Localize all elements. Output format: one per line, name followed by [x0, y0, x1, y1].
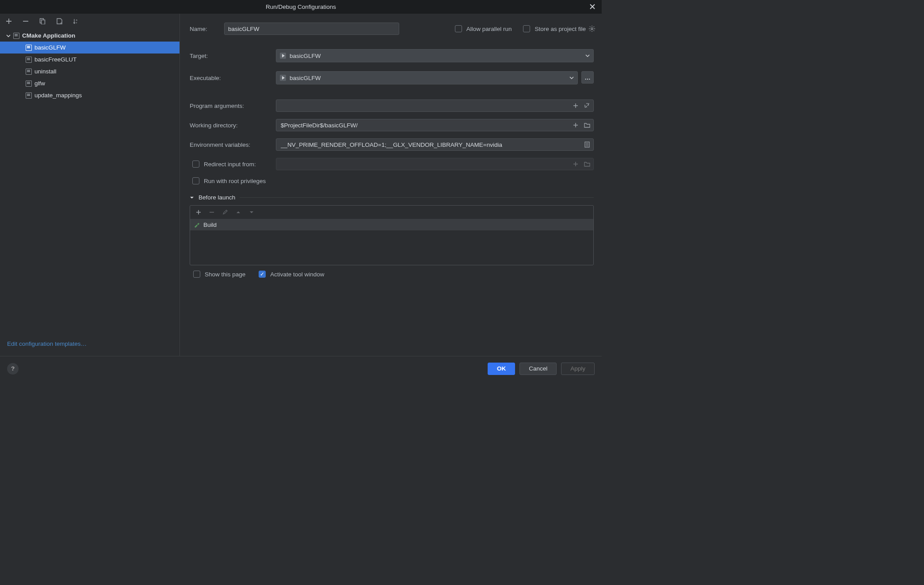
tree-item-label: basicFreeGLUT	[34, 56, 76, 63]
cmake-category-icon	[13, 33, 19, 39]
executable-browse-button[interactable]: …	[581, 71, 594, 84]
before-launch-header[interactable]: Before launch	[190, 194, 594, 201]
target-value: basicGLFW	[290, 53, 321, 59]
copy-config-button[interactable]	[38, 17, 47, 26]
target-select[interactable]: basicGLFW	[276, 49, 594, 62]
activate-tool-window-checkbox[interactable]: ✓ Activate tool window	[259, 271, 324, 278]
env-label: Environment variables:	[190, 141, 276, 148]
bl-down-button[interactable]	[248, 208, 256, 216]
tree-item-basicfreeglut[interactable]: basicFreeGLUT	[0, 54, 179, 65]
before-launch-label: Before launch	[199, 194, 235, 201]
wd-input[interactable]	[280, 122, 571, 129]
apply-button[interactable]: Apply	[561, 363, 595, 375]
run-config-icon	[26, 45, 32, 51]
edit-templates-link[interactable]: Edit configuration templates…	[7, 340, 87, 347]
wd-input-wrap	[276, 119, 594, 131]
remove-config-button[interactable]	[21, 17, 30, 26]
expand-icon[interactable]	[583, 101, 592, 110]
svg-point-4	[591, 28, 593, 30]
tree-item-label: glfw	[34, 80, 45, 87]
before-launch-list: Build	[190, 205, 594, 265]
target-icon	[280, 53, 286, 59]
show-this-page-checkbox[interactable]: Show this page	[193, 271, 245, 278]
run-config-icon	[26, 92, 32, 99]
tree-item-label: uninstall	[34, 68, 57, 75]
sidebar-toolbar: az	[0, 14, 179, 28]
name-label: Name:	[190, 26, 224, 32]
store-as-project-label: Store as project file	[535, 26, 586, 32]
titlebar: Run/Debug Configurations	[0, 0, 602, 14]
insert-macro-icon[interactable]	[571, 101, 580, 110]
executable-value: basicGLFW	[290, 75, 321, 81]
redirect-input-checkbox[interactable]: Redirect input from:	[190, 161, 276, 168]
insert-macro-icon[interactable]	[571, 160, 580, 168]
executable-select[interactable]: basicGLFW	[276, 71, 578, 84]
tree-item-update-mappings[interactable]: update_mappings	[0, 89, 179, 101]
env-input[interactable]	[280, 141, 583, 149]
args-input[interactable]	[280, 102, 571, 110]
wd-label: Working directory:	[190, 122, 276, 129]
bl-up-button[interactable]	[234, 208, 242, 216]
divider	[240, 197, 594, 198]
gear-icon[interactable]	[588, 25, 596, 32]
target-label: Target:	[190, 53, 276, 59]
close-icon[interactable]	[588, 2, 597, 11]
show-this-page-label: Show this page	[205, 271, 245, 278]
activate-tool-window-label: Activate tool window	[270, 271, 324, 278]
redirect-path-wrap	[276, 158, 594, 170]
run-config-icon	[26, 80, 32, 87]
name-input[interactable]	[224, 23, 399, 35]
executable-label: Executable:	[190, 75, 276, 81]
cancel-button[interactable]: Cancel	[519, 363, 557, 375]
save-config-button[interactable]	[55, 17, 64, 26]
chevron-down-icon	[569, 76, 574, 80]
ok-button[interactable]: OK	[488, 363, 515, 375]
bl-edit-button[interactable]	[221, 208, 229, 216]
allow-parallel-checkbox[interactable]: Allow parallel run	[455, 25, 512, 32]
add-config-button[interactable]	[4, 17, 13, 26]
folder-icon[interactable]	[583, 160, 592, 168]
env-input-wrap	[276, 138, 594, 151]
hammer-icon	[194, 222, 200, 228]
main-panel: Name: Allow parallel run Store as projec…	[180, 14, 602, 356]
config-tree: CMake Application basicGLFW basicFreeGLU…	[0, 28, 179, 336]
bl-remove-button[interactable]	[208, 208, 216, 216]
allow-parallel-label: Allow parallel run	[466, 26, 512, 32]
run-config-icon	[26, 57, 32, 63]
sidebar: az CMake Application basicGLFW basicFree…	[0, 14, 180, 356]
before-launch-item-label: Build	[203, 222, 217, 228]
tree-item-basicglfw[interactable]: basicGLFW	[0, 42, 179, 54]
args-label: Program arguments:	[190, 103, 276, 109]
tree-category-label: CMake Application	[22, 32, 75, 39]
dialog-button-bar: ? OK Cancel Apply	[0, 356, 602, 381]
tree-item-uninstall[interactable]: uninstall	[0, 65, 179, 77]
list-icon[interactable]	[583, 140, 592, 149]
svg-rect-1	[42, 20, 45, 24]
run-config-icon	[26, 69, 32, 75]
tree-item-glfw[interactable]: glfw	[0, 77, 179, 89]
help-button[interactable]: ?	[7, 363, 19, 375]
before-launch-toolbar	[190, 206, 593, 219]
folder-icon[interactable]	[583, 121, 592, 130]
run-as-root-label: Run with root privileges	[204, 178, 266, 184]
redirect-input-label: Redirect input from:	[204, 161, 256, 168]
bl-add-button[interactable]	[195, 208, 202, 216]
redirect-path-input[interactable]	[280, 161, 571, 168]
args-input-wrap	[276, 99, 594, 112]
store-as-project-checkbox[interactable]: Store as project file	[523, 25, 586, 32]
chevron-down-icon	[585, 54, 590, 58]
before-launch-item-build[interactable]: Build	[190, 219, 593, 230]
insert-macro-icon[interactable]	[571, 121, 580, 130]
sort-config-button[interactable]: az	[72, 17, 80, 26]
svg-text:z: z	[76, 21, 77, 24]
dialog-title: Run/Debug Configurations	[266, 4, 336, 10]
tree-item-label: update_mappings	[34, 92, 82, 99]
run-as-root-checkbox[interactable]: Run with root privileges	[190, 177, 266, 184]
tree-category-cmake[interactable]: CMake Application	[0, 30, 179, 42]
tree-item-label: basicGLFW	[34, 44, 66, 51]
executable-icon	[280, 75, 286, 81]
